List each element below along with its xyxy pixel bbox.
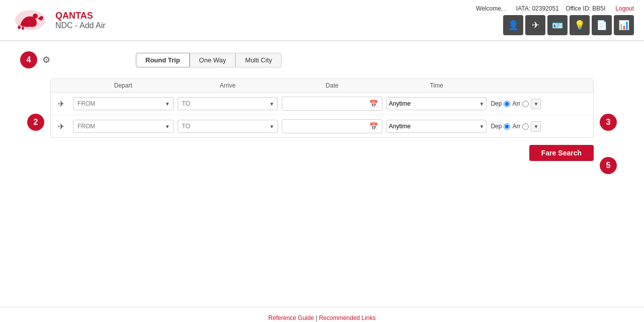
badge-5-wrap: 5: [600, 157, 617, 174]
time-select-1[interactable]: Anytime: [387, 98, 477, 110]
nav-person-btn[interactable]: 👤: [503, 15, 523, 35]
nav-light-btn[interactable]: 💡: [570, 15, 590, 35]
logout-link[interactable]: Logout: [615, 5, 634, 12]
arr-label-2: Arr: [512, 123, 520, 130]
footer: Reference Guide | Recommended Links Copy…: [0, 307, 644, 322]
reference-guide-link[interactable]: Reference Guide: [268, 314, 314, 321]
arr-label-1: Arr: [512, 100, 520, 107]
col-dep-arr: [489, 82, 593, 89]
from-arrow-2[interactable]: ▼: [162, 121, 173, 132]
nav-icons: 👤 ✈ 🪪 💡 📄 📊: [503, 15, 634, 35]
calendar-icon-1[interactable]: 📅: [369, 100, 378, 108]
user-info: Welcome, . IATA: 02392051 Office ID: BB5…: [476, 5, 634, 12]
dep-arr-2: Dep Arr ▼: [491, 121, 591, 132]
from-arrow-1[interactable]: ▼: [162, 99, 173, 109]
nav-chart-btn[interactable]: 📊: [614, 15, 634, 35]
to-input-2[interactable]: [178, 120, 267, 132]
nav-doc-btn[interactable]: 📄: [592, 15, 612, 35]
footer-links: Reference Guide | Recommended Links: [10, 314, 634, 321]
settings-icon[interactable]: ⚙: [42, 54, 50, 65]
qantas-logo: [10, 8, 50, 33]
arr-radio-2[interactable]: [522, 123, 529, 130]
main-content: 4 ⚙ Round Trip One Way Multi City 2 3: [0, 41, 644, 176]
from-input-2[interactable]: [73, 120, 162, 132]
badge-5: 5: [600, 157, 617, 174]
badge-4: 4: [20, 51, 37, 68]
col-blank: [51, 82, 71, 89]
date-input-2[interactable]: [286, 123, 369, 130]
dep-radio-2[interactable]: [504, 123, 510, 130]
nav-plane-btn[interactable]: ✈: [525, 15, 545, 35]
logo-area: QANTAS NDC - Add Air: [10, 8, 106, 33]
badge-2: 2: [27, 114, 44, 131]
from-field-2[interactable]: ▼: [73, 120, 174, 133]
time-arrow-2[interactable]: ▼: [477, 121, 486, 132]
to-field-1[interactable]: ▼: [178, 97, 278, 110]
to-field-2[interactable]: ▼: [178, 120, 278, 133]
from-field-1[interactable]: ▼: [73, 97, 174, 110]
fare-search-btn[interactable]: Fare Search: [529, 145, 594, 161]
header: QANTAS NDC - Add Air Welcome, . IATA: 02…: [0, 0, 644, 41]
col-date: Date: [280, 82, 384, 89]
time-arrow-1[interactable]: ▼: [477, 99, 486, 109]
round-trip-btn[interactable]: Round Trip: [136, 53, 190, 67]
arr-radio-1[interactable]: [522, 101, 529, 107]
iata-text: IATA: 02392051 Office ID: BB5I: [516, 5, 605, 12]
row1-expand-arrow[interactable]: ▼: [531, 99, 541, 109]
row2-expand-arrow[interactable]: ▼: [531, 121, 541, 132]
logo-name: QANTAS: [55, 11, 106, 21]
header-right: Welcome, . IATA: 02392051 Office ID: BB5…: [476, 5, 634, 35]
search-form: Depart Arrive Date Time ✈ ▼ ▼: [50, 78, 594, 138]
badge-2-wrap: 2: [27, 114, 44, 131]
toolbar: 4 ⚙ Round Trip One Way Multi City: [20, 51, 624, 68]
plane-icon-2: ✈: [51, 122, 71, 131]
flight-row-1: ✈ ▼ ▼ 📅 Anytime ▼: [51, 93, 593, 115]
date-field-2[interactable]: 📅: [282, 119, 382, 133]
brand-text: QANTAS NDC - Add Air: [55, 11, 106, 30]
badge-3-wrap: 3: [600, 114, 617, 131]
column-headers: Depart Arrive Date Time: [51, 79, 593, 93]
badge-3: 3: [600, 114, 617, 131]
welcome-text: Welcome, .: [476, 5, 506, 12]
plane-icon-1: ✈: [51, 99, 71, 109]
date-field-1[interactable]: 📅: [282, 97, 382, 111]
recommended-links-link[interactable]: Recommended Links: [319, 314, 376, 321]
svg-point-1: [33, 14, 38, 19]
flight-row-2: ✈ ▼ ▼ 📅 Anytime ▼: [51, 115, 593, 137]
calendar-icon-2[interactable]: 📅: [369, 122, 378, 130]
time-select-2[interactable]: Anytime: [387, 120, 477, 132]
date-input-1[interactable]: [286, 100, 369, 107]
to-arrow-1[interactable]: ▼: [266, 99, 277, 109]
one-way-btn[interactable]: One Way: [190, 53, 236, 67]
dep-label-1: Dep: [491, 100, 502, 107]
col-depart: Depart: [71, 82, 176, 89]
col-time: Time: [384, 82, 489, 89]
from-input-1[interactable]: [73, 98, 162, 110]
multi-city-btn[interactable]: Multi City: [235, 53, 281, 67]
col-arrive: Arrive: [176, 82, 280, 89]
to-input-1[interactable]: [178, 98, 267, 110]
time-field-1[interactable]: Anytime ▼: [386, 97, 487, 110]
dep-label-2: Dep: [491, 123, 502, 130]
time-field-2[interactable]: Anytime ▼: [386, 120, 487, 133]
dep-arr-1: Dep Arr ▼: [491, 99, 591, 109]
trip-type-group: Round Trip One Way Multi City: [136, 53, 282, 67]
to-arrow-2[interactable]: ▼: [266, 121, 277, 132]
nav-id-btn[interactable]: 🪪: [547, 15, 568, 35]
dep-radio-1[interactable]: [504, 101, 510, 107]
footer-separator: |: [315, 314, 317, 321]
form-wrapper: 2 3 Depart Arrive Date Time ✈ ▼: [50, 78, 594, 166]
fare-search-area: Fare Search 5: [50, 138, 594, 166]
app-subtitle: NDC - Add Air: [55, 21, 106, 30]
